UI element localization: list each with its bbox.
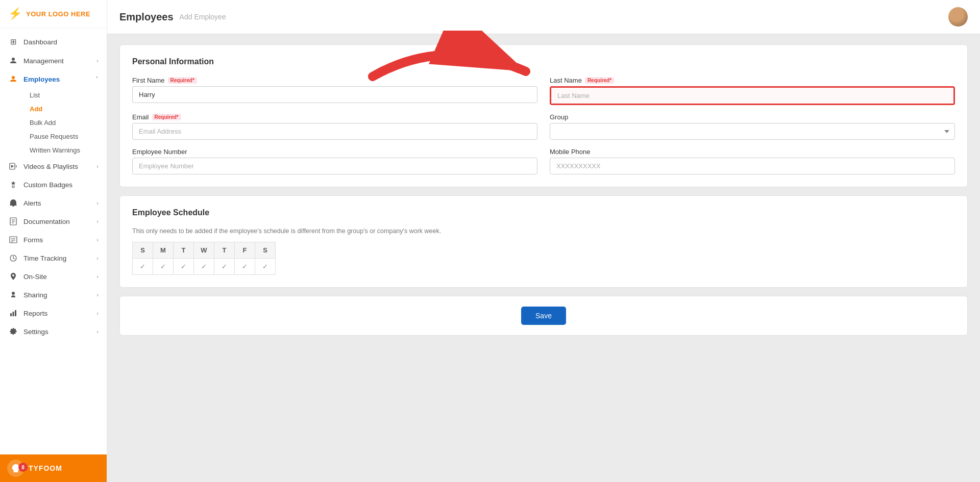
last-name-label: Last Name Required* — [550, 77, 955, 84]
group-label: Group — [550, 113, 955, 121]
logo-text: YOUR LOGO HERE — [26, 10, 90, 18]
chevron-right-icon: › — [96, 310, 99, 316]
on-site-icon — [8, 272, 18, 281]
day-check-thu[interactable]: ✓ — [214, 259, 235, 275]
day-header-tue: T — [174, 242, 194, 259]
sidebar-item-label: Time Tracking — [23, 255, 66, 262]
day-check-wed[interactable]: ✓ — [194, 259, 214, 275]
chevron-right-icon: › — [96, 255, 99, 261]
sidebar: ⚡ YOUR LOGO HERE ⊞ Dashboard Management … — [0, 0, 107, 482]
subitem-bulk-add[interactable]: Bulk Add — [23, 116, 107, 130]
first-name-label: First Name Required* — [132, 77, 537, 84]
forms-icon — [8, 236, 18, 244]
email-required: Required* — [152, 114, 181, 120]
sharing-icon — [8, 291, 18, 299]
user-avatar[interactable] — [948, 7, 968, 27]
sidebar-item-label: Custom Badges — [23, 181, 72, 189]
page-content: Personal Information First Name Required… — [107, 34, 980, 482]
sidebar-item-label: Alerts — [23, 199, 41, 207]
tyfoom-label: TYFOOM — [29, 464, 62, 472]
schedule-table: S M T W T F S ✓ ✓ ✓ — [132, 242, 276, 275]
employee-number-group: Employee Number — [132, 148, 537, 174]
subitem-add[interactable]: Add — [23, 102, 107, 116]
chevron-right-icon: › — [96, 237, 99, 243]
employee-number-input[interactable] — [132, 158, 537, 174]
sidebar-item-dashboard[interactable]: ⊞ Dashboard — [0, 32, 107, 52]
sidebar-nav: ⊞ Dashboard Management › Employees ˅ Lis… — [0, 28, 107, 454]
personal-info-card: Personal Information First Name Required… — [119, 44, 968, 187]
svg-point-3 — [12, 186, 14, 188]
sidebar-item-documentation[interactable]: Documentation › — [0, 212, 107, 231]
personal-info-title: Personal Information — [132, 57, 955, 66]
svg-marker-2 — [11, 165, 14, 168]
chevron-down-icon: ˅ — [95, 76, 99, 83]
email-group: Email Required* — [132, 113, 537, 140]
sidebar-item-label: Reports — [23, 310, 47, 317]
sidebar-item-time-tracking[interactable]: Time Tracking › — [0, 249, 107, 267]
sidebar-item-forms[interactable]: Forms › — [0, 231, 107, 249]
save-area: Save — [119, 296, 968, 336]
svg-marker-1 — [16, 165, 17, 168]
chevron-right-icon: › — [96, 200, 99, 206]
day-check-tue[interactable]: ✓ — [174, 259, 194, 275]
sidebar-item-label: Sharing — [23, 291, 47, 299]
group-group: Group — [550, 113, 955, 140]
breadcrumb: Add Employee — [180, 13, 226, 21]
management-icon — [8, 57, 18, 65]
tyfoom-badge: 8 — [18, 463, 28, 472]
employee-number-label: Employee Number — [132, 148, 537, 156]
sidebar-item-sharing[interactable]: Sharing › — [0, 286, 107, 304]
sidebar-item-label: Settings — [23, 328, 48, 336]
day-check-sun[interactable]: ✓ — [133, 259, 153, 275]
email-input[interactable] — [132, 123, 537, 140]
sidebar-item-label: Forms — [23, 236, 43, 244]
chevron-right-icon: › — [96, 163, 99, 169]
sidebar-item-label: Employees — [23, 75, 60, 83]
chevron-right-icon: › — [96, 218, 99, 224]
dashboard-icon: ⊞ — [8, 37, 18, 46]
mobile-phone-group: Mobile Phone — [550, 148, 955, 174]
schedule-title: Employee Schedule — [132, 208, 955, 217]
save-button[interactable]: Save — [521, 307, 566, 325]
day-header-mon: M — [153, 242, 174, 259]
chevron-right-icon: › — [96, 273, 99, 280]
logo-icon: ⚡ — [8, 7, 22, 20]
logo-area[interactable]: ⚡ YOUR LOGO HERE — [0, 0, 107, 28]
group-select[interactable] — [550, 123, 955, 140]
chevron-right-icon: › — [96, 58, 99, 64]
sidebar-item-alerts[interactable]: Alerts › — [0, 194, 107, 212]
sidebar-item-management[interactable]: Management › — [0, 52, 107, 70]
day-header-sat: S — [255, 242, 276, 259]
subitem-pause-requests[interactable]: Pause Requests — [23, 130, 107, 143]
first-name-group: First Name Required* — [132, 77, 537, 105]
employees-icon — [8, 75, 18, 83]
sidebar-item-settings[interactable]: Settings › — [0, 322, 107, 341]
time-tracking-icon — [8, 254, 18, 262]
sidebar-item-label: On-Site — [23, 273, 47, 281]
svg-rect-14 — [13, 312, 14, 316]
sidebar-item-videos[interactable]: Videos & Playlists › — [0, 157, 107, 175]
main-content: Employees Add Employee Personal Informat… — [107, 0, 980, 482]
reports-icon — [8, 309, 18, 317]
first-name-input[interactable] — [132, 86, 537, 103]
custom-badges-icon — [8, 181, 18, 189]
mobile-phone-input[interactable] — [550, 158, 955, 174]
mobile-phone-label: Mobile Phone — [550, 148, 955, 156]
last-name-input[interactable] — [552, 89, 952, 103]
day-check-sat[interactable]: ✓ — [255, 259, 276, 275]
subitem-written-warnings[interactable]: Written Warnings — [23, 143, 107, 157]
sidebar-item-custom-badges[interactable]: Custom Badges — [0, 175, 107, 194]
sidebar-item-on-site[interactable]: On-Site › — [0, 267, 107, 286]
sidebar-item-employees[interactable]: Employees ˅ — [0, 70, 107, 88]
tyfoom-bar[interactable]: 8 TYFOOM — [0, 454, 107, 482]
email-label: Email Required* — [132, 113, 537, 121]
day-header-wed: W — [194, 242, 214, 259]
subitem-list[interactable]: List — [23, 88, 107, 102]
day-check-mon[interactable]: ✓ — [153, 259, 174, 275]
day-check-fri[interactable]: ✓ — [235, 259, 255, 275]
sidebar-item-reports[interactable]: Reports › — [0, 304, 107, 322]
svg-rect-15 — [15, 310, 16, 316]
day-header-thu: T — [214, 242, 235, 259]
svg-rect-13 — [10, 313, 12, 316]
settings-icon — [8, 327, 18, 336]
